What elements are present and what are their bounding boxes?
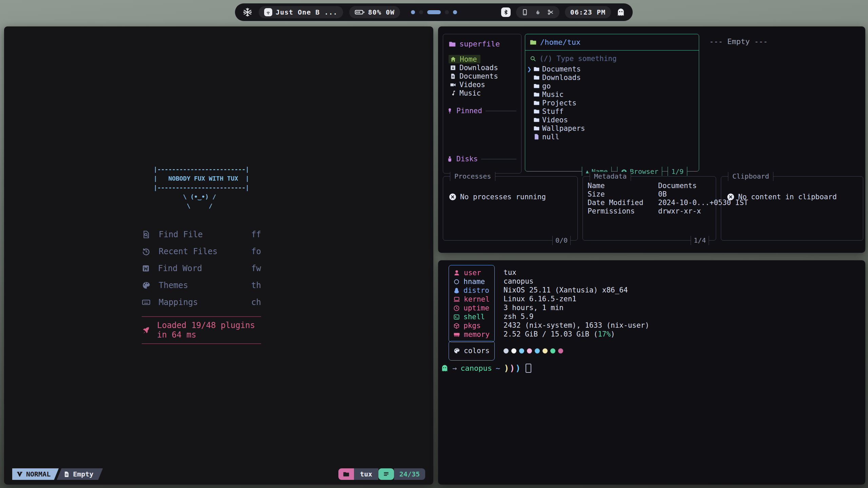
file-row[interactable]: ❯ Stuff [525, 107, 699, 116]
panel-title: Processes [450, 172, 495, 181]
statusline-cwd: tux [354, 468, 378, 480]
workspace-dot[interactable] [453, 10, 457, 14]
file-row[interactable]: ❯ Videos [525, 116, 699, 124]
flame-icon[interactable] [534, 9, 541, 16]
file-counter: 1/9 [668, 167, 687, 176]
film-icon [450, 82, 456, 88]
download-icon [450, 65, 456, 71]
fetch-row-user: user [449, 268, 494, 277]
selection-chevron-icon: ❯ [525, 65, 533, 73]
top-bar: Just One B ... 80% 0W 06:23 PM [235, 3, 633, 21]
file-row[interactable]: ❯ Documents [525, 65, 699, 73]
fetch-row-hname: hname [449, 277, 494, 286]
statusline-left: NORMAL Empty [12, 468, 103, 480]
menu-item-mappings[interactable]: Mappings ch [142, 294, 261, 311]
rocket-icon [142, 326, 150, 334]
folder-icon [533, 100, 540, 106]
workspace-dot[interactable] [445, 10, 449, 14]
statusline-mode: NORMAL [12, 468, 59, 480]
superfile-window: superfile Home Downloads Documents Video… [438, 26, 865, 253]
metadata-panel: Metadata Name Documents Size 0B Date Mod… [583, 176, 716, 241]
media-title: Just One B ... [276, 8, 338, 16]
document-icon [450, 73, 456, 79]
folder-icon [533, 125, 540, 131]
metadata-label: Size [588, 190, 658, 198]
file-row[interactable]: ❯ Wallpapers [525, 124, 699, 133]
system-tray [516, 6, 559, 18]
file-row[interactable]: ❯ Music [525, 90, 699, 99]
menu-shortcut: th [251, 281, 261, 290]
bluetooth-button[interactable] [501, 7, 511, 17]
ghost-icon[interactable] [616, 8, 625, 17]
menu-item-find-word[interactable]: Find Word fw [142, 260, 261, 277]
folder-icon [533, 74, 540, 81]
user-icon [453, 269, 460, 276]
palette-dot [542, 348, 548, 353]
sort-arrow-icon: ▲ [586, 168, 589, 175]
battery-widget[interactable]: 80% 0W [349, 6, 400, 18]
workspace-dot[interactable] [427, 10, 441, 14]
media-widget[interactable]: Just One B ... [259, 6, 343, 18]
pinned-section-header: Pinned [447, 107, 516, 115]
nixos-logo-icon[interactable] [242, 7, 253, 17]
sidebar-item-videos[interactable]: Videos [449, 80, 489, 89]
menu-label: Find File [159, 230, 203, 239]
phone-icon[interactable] [521, 9, 528, 16]
ram-icon [453, 331, 460, 338]
panel-title: Metadata [590, 172, 631, 181]
sidebar-item-home[interactable]: Home [449, 55, 480, 63]
sidebar-item-downloads[interactable]: Downloads [449, 63, 501, 72]
menu-item-themes[interactable]: Themes th [142, 277, 261, 294]
file-name: Stuff [542, 107, 564, 116]
file-icon [533, 134, 540, 140]
palette-dot [535, 348, 540, 353]
scissors-icon[interactable] [547, 9, 554, 16]
menu-shortcut: fo [251, 247, 261, 256]
terminal-icon [453, 314, 460, 320]
file-name: Downloads [542, 74, 581, 82]
shell-prompt[interactable]: → canopus ~ ) ) ) [441, 363, 531, 373]
prompt-hostname: canopus [460, 364, 492, 372]
file-row[interactable]: ❯ null [525, 133, 699, 141]
file-row[interactable]: ❯ Downloads [525, 73, 699, 82]
workspace-dot[interactable] [411, 10, 415, 14]
fetch-row-distro: distro [449, 286, 494, 295]
statusline-right: tux 24/35 [338, 468, 425, 480]
metadata-label: Name [588, 182, 658, 190]
fetch-value: 2432 (nix-system), 1633 (nix-user) [504, 321, 649, 330]
menu-label: Find Word [158, 264, 202, 273]
search-icon [530, 55, 536, 62]
battery-label: 80% 0W [368, 8, 395, 16]
processes-empty-message: No processes running [460, 193, 546, 201]
folder-icon [530, 39, 537, 46]
terminal-color-palette [504, 348, 563, 353]
folder-icon [533, 108, 540, 115]
metadata-value: 0B [658, 190, 667, 198]
metadata-table: Name Documents Size 0B Date Modified 202… [583, 177, 716, 215]
file-name: Projects [542, 99, 576, 107]
cross-circle-icon [727, 193, 735, 201]
fastfetch-labels-box: user hname distro kernel uptime shell pk… [449, 265, 495, 342]
sidebar-item-documents[interactable]: Documents [449, 72, 501, 80]
penguin-icon [453, 287, 460, 294]
mappings-icon [142, 298, 151, 307]
cross-circle-icon [449, 193, 457, 201]
file-row[interactable]: ❯ go [525, 82, 699, 90]
fetch-row-shell: shell [449, 312, 494, 321]
clock-widget[interactable]: 06:23 PM [565, 6, 611, 18]
menu-shortcut: ch [251, 298, 261, 307]
menu-label: Recent Files [159, 247, 217, 256]
battery-icon [355, 8, 365, 17]
music-note-icon [450, 90, 456, 96]
search-bar[interactable]: (/) Type something [525, 50, 699, 65]
workspace-dot[interactable] [419, 10, 423, 14]
menu-item-find-file[interactable]: Find File ff [142, 226, 261, 243]
fetch-value: canopus [504, 277, 649, 286]
clock-icon [453, 305, 460, 311]
neovim-window: |------------------------| | NOBODY FUX … [4, 26, 433, 485]
preview-empty-label: --- Empty --- [709, 37, 768, 46]
menu-item-recent-files[interactable]: Recent Files fo [142, 243, 261, 260]
sidebar-item-music[interactable]: Music [449, 89, 484, 97]
palette-dot [511, 348, 516, 353]
file-row[interactable]: ❯ Projects [525, 99, 699, 107]
